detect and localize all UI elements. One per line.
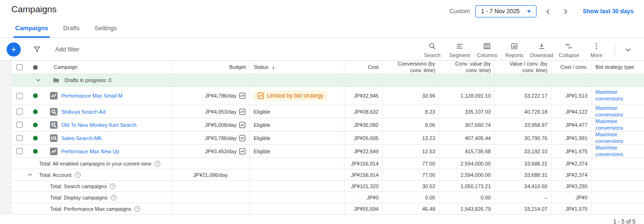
tab-drafts[interactable]: Drafts	[56, 20, 87, 38]
help-icon[interactable]: ?	[75, 172, 81, 178]
enabled-status-dot	[33, 123, 38, 127]
total-cell-budget	[172, 158, 250, 169]
row-checkbox[interactable]	[17, 135, 23, 141]
campaign-row-cell-campaign: Sales-Search-MK	[12, 132, 172, 144]
tab-campaigns[interactable]: Campaigns	[8, 20, 56, 38]
column-header-label[interactable]: Status	[254, 64, 268, 70]
campaigns-table: CampaignBudgetStatusCostConversions (by …	[0, 61, 644, 215]
campaign-row: Sales-Search-MKJP¥3,786/dayEligibleJP¥26…	[12, 132, 644, 145]
campaign-row-cell-status: Eligible	[250, 145, 345, 158]
more-button[interactable]: More	[583, 41, 610, 58]
enabled-status-dot	[33, 109, 38, 114]
bid-strategy-link[interactable]: Maximise conversions	[595, 89, 640, 102]
bid-strategy-link[interactable]: Maximise conversions	[595, 118, 640, 131]
total-row-label: Total: Search campaigns	[50, 183, 107, 189]
help-icon[interactable]: ?	[110, 183, 116, 189]
total-cell-bid_strategy	[592, 203, 644, 214]
total-cell-cost_per_conv: JP¥1,575	[552, 203, 592, 214]
total-row-label: Total: Performance Max campaigns	[50, 206, 131, 212]
column-header-label[interactable]: Bid strategy type	[595, 64, 634, 70]
show-last-30-days-link[interactable]: Show last 30 days	[583, 8, 634, 15]
budget-chart-icon[interactable]	[239, 122, 246, 128]
total-cell-value_per_conv: 33,688.31	[495, 158, 552, 169]
campaign-row: Old To New Monkey Kart SearchJP¥5,008/da…	[12, 118, 644, 132]
total-cost-value: JP¥156,914	[351, 161, 379, 166]
column-header-label[interactable]: Cost	[368, 64, 379, 70]
column-header-label[interactable]: Conversions (by conv. time)	[387, 61, 435, 73]
collapse-drafts-chevron-icon[interactable]	[34, 76, 42, 84]
search-campaign-icon	[50, 108, 58, 116]
total-cell-campaign: Total: Display campaigns?	[12, 192, 172, 203]
budget-chart-icon[interactable]	[239, 108, 246, 115]
campaign-row-cell-status: Eligible	[250, 118, 345, 131]
caret-down-icon	[527, 10, 531, 13]
status-filter-dot[interactable]	[33, 65, 38, 70]
bid-strategy-link[interactable]: Maximise conversions	[595, 132, 640, 144]
total-conv_value-value: 0.00	[481, 195, 491, 200]
segment-button[interactable]: Segment	[446, 41, 473, 58]
campaign-row-cell-conversions: 8.23	[383, 105, 439, 118]
enabled-status-dot	[33, 136, 38, 141]
campaign-name-link[interactable]: Shibuya Search Ad	[61, 109, 106, 115]
campaign-name-link[interactable]: Performance Max Small M	[61, 93, 123, 99]
total-conv_value-value: 2,594,000.00	[461, 161, 491, 166]
limited-status-badge[interactable]: Limited by bid strategy	[254, 91, 327, 101]
total-cost_per_conv-value: JP¥2,374	[566, 172, 587, 178]
help-icon[interactable]: ?	[134, 206, 140, 212]
campaign-name-link[interactable]: Performace Max New Up	[61, 149, 119, 154]
budget-chart-icon[interactable]	[239, 92, 246, 99]
download-label: Download	[530, 52, 553, 58]
help-icon[interactable]: ?	[155, 161, 160, 166]
row-checkbox[interactable]	[17, 108, 23, 115]
download-button[interactable]: Download	[528, 41, 555, 58]
total-cell-conversions: 77.00	[383, 158, 439, 169]
select-all-checkbox[interactable]	[17, 64, 23, 70]
previous-period-button[interactable]	[542, 7, 554, 16]
row-checkbox[interactable]	[17, 148, 23, 154]
total-cell-conversions: 46.48	[383, 203, 439, 214]
column-header-label[interactable]: Cost / conv.	[561, 64, 587, 70]
date-range-select[interactable]: 1 - 7 Nov 2025	[475, 5, 537, 17]
total-cell-conv_value: 1,050,173.21	[439, 181, 495, 191]
campaign-row-cell-cost_per_conv: JP¥1,513	[552, 87, 592, 105]
total-cell-cost: JP¥101,320	[345, 181, 383, 191]
total-cell-budget	[172, 192, 250, 203]
sort-descending-icon[interactable]	[271, 65, 276, 70]
campaign-name-link[interactable]: Sales-Search-MK	[61, 135, 102, 141]
enabled-status-dot	[33, 149, 38, 154]
tab-settings[interactable]: Settings	[87, 20, 124, 38]
campaign-name-link[interactable]: Old To New Monkey Kart Search	[61, 122, 136, 128]
bid-strategy-link[interactable]: Maximise conversions	[595, 105, 640, 118]
row-checkbox[interactable]	[17, 122, 23, 128]
campaign-row-cell-cost: JP¥36,082	[345, 118, 383, 131]
drafts-row-empty-cell	[495, 74, 552, 86]
total-cost_per_conv-value: JP¥0	[576, 195, 587, 200]
budget-chart-icon[interactable]	[239, 135, 246, 141]
bid-strategy-link[interactable]: Maximise conversions	[595, 145, 640, 158]
budget-chart-icon[interactable]	[239, 148, 246, 155]
reports-button[interactable]: Reports	[501, 41, 528, 58]
collapse-button[interactable]: Collapse	[555, 41, 583, 58]
column-header-cost: Cost	[345, 61, 383, 74]
column-header-label[interactable]: Conv. value (by conv. time)	[443, 61, 491, 73]
add-filter-button[interactable]: Add filter	[55, 46, 79, 53]
total-conversions-value: 46.48	[422, 206, 435, 212]
total-cell-conv_value: 1,543,826.79	[439, 203, 495, 214]
conversions-value: 13.23	[422, 135, 435, 141]
filter-icon[interactable]	[33, 45, 41, 53]
collapse-account-chevron-icon[interactable]	[26, 171, 33, 178]
search-button[interactable]: Search	[419, 41, 446, 58]
add-campaign-button[interactable]	[7, 42, 21, 57]
conv_value-value: 1,128,091.10	[461, 93, 491, 99]
limited-chart-icon	[257, 92, 264, 99]
campaign-row-cell-cost: JP¥32,945	[345, 87, 383, 105]
pagination-bar: 1 - 5 of 5	[0, 215, 644, 224]
next-period-button[interactable]	[560, 7, 571, 16]
help-icon[interactable]: ?	[111, 195, 116, 200]
total-cost_per_conv-value: JP¥1,575	[566, 206, 587, 212]
column-header-label[interactable]: Value / conv. (by conv. time)	[499, 61, 547, 73]
columns-button[interactable]: Columns	[473, 41, 501, 58]
column-header-label[interactable]: Budget	[229, 64, 246, 70]
row-checkbox[interactable]	[17, 93, 23, 99]
expand-toolbar-chevron-icon[interactable]	[620, 42, 639, 56]
